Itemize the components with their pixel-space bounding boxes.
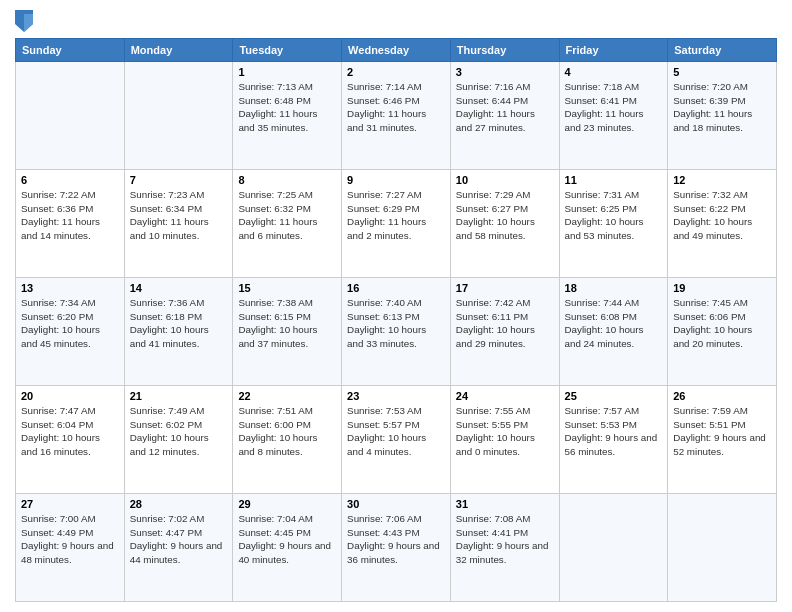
calendar-week-row: 27Sunrise: 7:00 AMSunset: 4:49 PMDayligh…	[16, 494, 777, 602]
weekday-header: Tuesday	[233, 39, 342, 62]
day-number: 11	[565, 174, 663, 186]
day-number: 30	[347, 498, 445, 510]
day-detail: Sunrise: 7:36 AMSunset: 6:18 PMDaylight:…	[130, 296, 228, 351]
day-detail: Sunrise: 7:32 AMSunset: 6:22 PMDaylight:…	[673, 188, 771, 243]
day-detail: Sunrise: 7:55 AMSunset: 5:55 PMDaylight:…	[456, 404, 554, 459]
day-detail: Sunrise: 7:53 AMSunset: 5:57 PMDaylight:…	[347, 404, 445, 459]
calendar-cell	[559, 494, 668, 602]
calendar-cell: 19Sunrise: 7:45 AMSunset: 6:06 PMDayligh…	[668, 278, 777, 386]
day-detail: Sunrise: 7:06 AMSunset: 4:43 PMDaylight:…	[347, 512, 445, 567]
day-detail: Sunrise: 7:40 AMSunset: 6:13 PMDaylight:…	[347, 296, 445, 351]
day-number: 21	[130, 390, 228, 402]
day-number: 2	[347, 66, 445, 78]
calendar-cell: 30Sunrise: 7:06 AMSunset: 4:43 PMDayligh…	[342, 494, 451, 602]
day-number: 14	[130, 282, 228, 294]
weekday-header: Thursday	[450, 39, 559, 62]
logo-icon	[15, 10, 33, 32]
calendar-cell: 18Sunrise: 7:44 AMSunset: 6:08 PMDayligh…	[559, 278, 668, 386]
day-number: 16	[347, 282, 445, 294]
calendar-cell: 5Sunrise: 7:20 AMSunset: 6:39 PMDaylight…	[668, 62, 777, 170]
calendar-cell: 8Sunrise: 7:25 AMSunset: 6:32 PMDaylight…	[233, 170, 342, 278]
calendar-cell: 4Sunrise: 7:18 AMSunset: 6:41 PMDaylight…	[559, 62, 668, 170]
calendar-cell: 15Sunrise: 7:38 AMSunset: 6:15 PMDayligh…	[233, 278, 342, 386]
day-detail: Sunrise: 7:57 AMSunset: 5:53 PMDaylight:…	[565, 404, 663, 459]
weekday-header: Sunday	[16, 39, 125, 62]
day-detail: Sunrise: 7:02 AMSunset: 4:47 PMDaylight:…	[130, 512, 228, 567]
day-detail: Sunrise: 7:44 AMSunset: 6:08 PMDaylight:…	[565, 296, 663, 351]
day-detail: Sunrise: 7:04 AMSunset: 4:45 PMDaylight:…	[238, 512, 336, 567]
day-number: 23	[347, 390, 445, 402]
day-number: 6	[21, 174, 119, 186]
calendar-cell: 21Sunrise: 7:49 AMSunset: 6:02 PMDayligh…	[124, 386, 233, 494]
day-number: 9	[347, 174, 445, 186]
day-detail: Sunrise: 7:42 AMSunset: 6:11 PMDaylight:…	[456, 296, 554, 351]
day-number: 20	[21, 390, 119, 402]
day-detail: Sunrise: 7:38 AMSunset: 6:15 PMDaylight:…	[238, 296, 336, 351]
day-number: 22	[238, 390, 336, 402]
day-detail: Sunrise: 7:49 AMSunset: 6:02 PMDaylight:…	[130, 404, 228, 459]
calendar-cell: 22Sunrise: 7:51 AMSunset: 6:00 PMDayligh…	[233, 386, 342, 494]
calendar-cell: 2Sunrise: 7:14 AMSunset: 6:46 PMDaylight…	[342, 62, 451, 170]
calendar-cell: 11Sunrise: 7:31 AMSunset: 6:25 PMDayligh…	[559, 170, 668, 278]
weekday-header: Saturday	[668, 39, 777, 62]
calendar-cell: 24Sunrise: 7:55 AMSunset: 5:55 PMDayligh…	[450, 386, 559, 494]
day-detail: Sunrise: 7:00 AMSunset: 4:49 PMDaylight:…	[21, 512, 119, 567]
calendar-cell: 1Sunrise: 7:13 AMSunset: 6:48 PMDaylight…	[233, 62, 342, 170]
day-number: 10	[456, 174, 554, 186]
day-detail: Sunrise: 7:22 AMSunset: 6:36 PMDaylight:…	[21, 188, 119, 243]
day-detail: Sunrise: 7:16 AMSunset: 6:44 PMDaylight:…	[456, 80, 554, 135]
day-detail: Sunrise: 7:45 AMSunset: 6:06 PMDaylight:…	[673, 296, 771, 351]
day-detail: Sunrise: 7:23 AMSunset: 6:34 PMDaylight:…	[130, 188, 228, 243]
day-detail: Sunrise: 7:47 AMSunset: 6:04 PMDaylight:…	[21, 404, 119, 459]
weekday-header: Wednesday	[342, 39, 451, 62]
calendar-cell: 10Sunrise: 7:29 AMSunset: 6:27 PMDayligh…	[450, 170, 559, 278]
day-number: 15	[238, 282, 336, 294]
calendar-week-row: 1Sunrise: 7:13 AMSunset: 6:48 PMDaylight…	[16, 62, 777, 170]
calendar-cell: 26Sunrise: 7:59 AMSunset: 5:51 PMDayligh…	[668, 386, 777, 494]
day-number: 1	[238, 66, 336, 78]
calendar-cell: 12Sunrise: 7:32 AMSunset: 6:22 PMDayligh…	[668, 170, 777, 278]
calendar-cell: 3Sunrise: 7:16 AMSunset: 6:44 PMDaylight…	[450, 62, 559, 170]
calendar-cell: 29Sunrise: 7:04 AMSunset: 4:45 PMDayligh…	[233, 494, 342, 602]
day-number: 19	[673, 282, 771, 294]
calendar-cell: 17Sunrise: 7:42 AMSunset: 6:11 PMDayligh…	[450, 278, 559, 386]
calendar-cell: 16Sunrise: 7:40 AMSunset: 6:13 PMDayligh…	[342, 278, 451, 386]
calendar-week-row: 6Sunrise: 7:22 AMSunset: 6:36 PMDaylight…	[16, 170, 777, 278]
calendar-cell: 7Sunrise: 7:23 AMSunset: 6:34 PMDaylight…	[124, 170, 233, 278]
day-detail: Sunrise: 7:20 AMSunset: 6:39 PMDaylight:…	[673, 80, 771, 135]
day-number: 5	[673, 66, 771, 78]
day-number: 7	[130, 174, 228, 186]
calendar-cell: 20Sunrise: 7:47 AMSunset: 6:04 PMDayligh…	[16, 386, 125, 494]
day-number: 29	[238, 498, 336, 510]
day-number: 31	[456, 498, 554, 510]
day-detail: Sunrise: 7:31 AMSunset: 6:25 PMDaylight:…	[565, 188, 663, 243]
day-number: 24	[456, 390, 554, 402]
calendar-table: SundayMondayTuesdayWednesdayThursdayFrid…	[15, 38, 777, 602]
calendar-cell	[668, 494, 777, 602]
day-detail: Sunrise: 7:08 AMSunset: 4:41 PMDaylight:…	[456, 512, 554, 567]
calendar-cell: 23Sunrise: 7:53 AMSunset: 5:57 PMDayligh…	[342, 386, 451, 494]
calendar-cell: 27Sunrise: 7:00 AMSunset: 4:49 PMDayligh…	[16, 494, 125, 602]
day-number: 18	[565, 282, 663, 294]
day-number: 28	[130, 498, 228, 510]
calendar-cell	[124, 62, 233, 170]
day-detail: Sunrise: 7:14 AMSunset: 6:46 PMDaylight:…	[347, 80, 445, 135]
day-detail: Sunrise: 7:25 AMSunset: 6:32 PMDaylight:…	[238, 188, 336, 243]
svg-marker-1	[24, 14, 33, 32]
calendar-cell: 31Sunrise: 7:08 AMSunset: 4:41 PMDayligh…	[450, 494, 559, 602]
day-number: 13	[21, 282, 119, 294]
calendar-cell: 9Sunrise: 7:27 AMSunset: 6:29 PMDaylight…	[342, 170, 451, 278]
day-number: 17	[456, 282, 554, 294]
day-detail: Sunrise: 7:27 AMSunset: 6:29 PMDaylight:…	[347, 188, 445, 243]
calendar-cell	[16, 62, 125, 170]
header	[15, 10, 777, 32]
calendar-cell: 25Sunrise: 7:57 AMSunset: 5:53 PMDayligh…	[559, 386, 668, 494]
page: SundayMondayTuesdayWednesdayThursdayFrid…	[0, 0, 792, 612]
weekday-header-row: SundayMondayTuesdayWednesdayThursdayFrid…	[16, 39, 777, 62]
day-number: 27	[21, 498, 119, 510]
weekday-header: Friday	[559, 39, 668, 62]
weekday-header: Monday	[124, 39, 233, 62]
calendar-cell: 14Sunrise: 7:36 AMSunset: 6:18 PMDayligh…	[124, 278, 233, 386]
calendar-cell: 6Sunrise: 7:22 AMSunset: 6:36 PMDaylight…	[16, 170, 125, 278]
logo	[15, 10, 37, 32]
